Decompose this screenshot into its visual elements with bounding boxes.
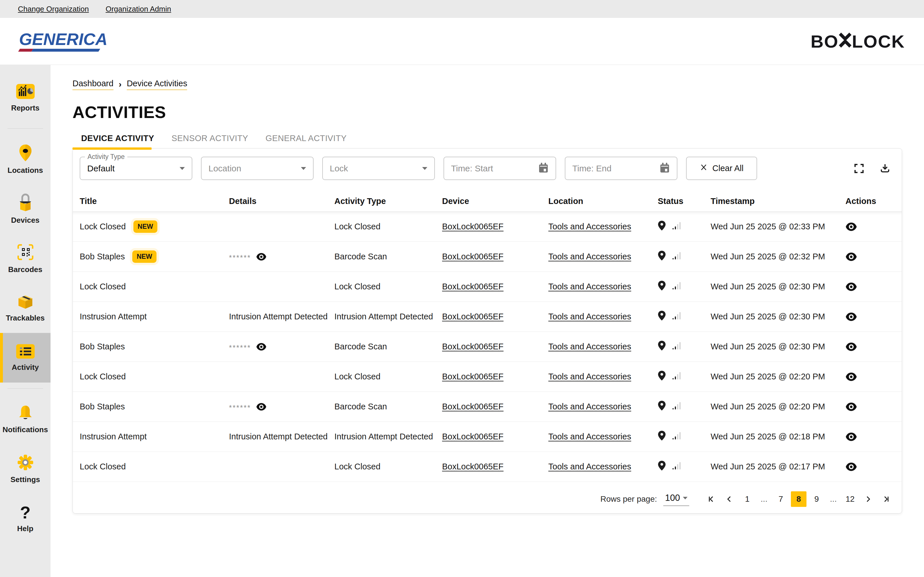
- location-placeholder: Location: [208, 164, 241, 173]
- page-button-7[interactable]: 7: [773, 491, 788, 507]
- location-select[interactable]: Location: [201, 157, 313, 180]
- row-title: Lock Closed: [80, 372, 126, 381]
- sidebar-item-notifications[interactable]: Notifications: [0, 394, 50, 444]
- device-link[interactable]: BoxLock0065EF: [442, 372, 504, 381]
- activity-type-cell: Lock Closed: [334, 222, 442, 231]
- masked-details-text: ******: [229, 341, 251, 352]
- activity-type-select[interactable]: Activity Type Default: [80, 157, 192, 180]
- next-page-button[interactable]: [860, 491, 876, 507]
- device-link[interactable]: BoxLock0065EF: [442, 432, 504, 442]
- masked-details-text: ******: [229, 401, 251, 412]
- activity-type-cell: Barcode Scan: [334, 252, 442, 261]
- view-activity-eye-icon[interactable]: [845, 252, 857, 261]
- main-content: Dashboard › Device Activities ACTIVITIES…: [50, 65, 924, 577]
- tab-general-activity[interactable]: GENERAL ACTIVITY: [257, 128, 355, 148]
- location-link[interactable]: Tools and Accessories: [548, 372, 631, 381]
- location-link[interactable]: Tools and Accessories: [548, 222, 631, 231]
- location-pin-icon: [658, 461, 666, 473]
- sidebar-item-locations[interactable]: Locations: [0, 134, 50, 184]
- location-link[interactable]: Tools and Accessories: [548, 402, 631, 411]
- view-activity-eye-icon[interactable]: [845, 402, 857, 411]
- reveal-details-eye-icon[interactable]: [256, 342, 267, 351]
- device-link[interactable]: BoxLock0065EF: [442, 252, 504, 261]
- details-cell: ******: [229, 251, 334, 262]
- time-end-input[interactable]: Time: End: [565, 157, 677, 180]
- device-link[interactable]: BoxLock0065EF: [442, 342, 504, 351]
- breadcrumb-separator-icon: ›: [119, 79, 121, 89]
- status-cell: [658, 461, 711, 473]
- change-organization-link[interactable]: Change Organization: [18, 5, 89, 14]
- sidebar-item-reports[interactable]: Reports: [0, 73, 50, 122]
- location-link[interactable]: Tools and Accessories: [548, 432, 631, 442]
- page-button-12[interactable]: 12: [842, 491, 858, 507]
- view-activity-eye-icon[interactable]: [845, 282, 857, 292]
- sidebar-item-settings[interactable]: Settings: [0, 444, 50, 494]
- reveal-details-eye-icon[interactable]: [256, 253, 267, 261]
- device-cell: BoxLock0065EF: [442, 342, 548, 351]
- first-page-button[interactable]: [704, 491, 719, 507]
- actions-cell: [845, 282, 902, 292]
- device-link[interactable]: BoxLock0065EF: [442, 402, 504, 411]
- device-cell: BoxLock0065EF: [442, 432, 548, 442]
- download-button[interactable]: [880, 163, 890, 174]
- breadcrumb-dashboard-link[interactable]: Dashboard: [73, 79, 113, 90]
- location-link[interactable]: Tools and Accessories: [548, 312, 631, 321]
- last-page-button[interactable]: [878, 491, 894, 507]
- location-link[interactable]: Tools and Accessories: [548, 282, 631, 292]
- location-link[interactable]: Tools and Accessories: [548, 342, 631, 351]
- view-activity-eye-icon[interactable]: [845, 222, 857, 231]
- location-link[interactable]: Tools and Accessories: [548, 462, 631, 471]
- device-link[interactable]: BoxLock0065EF: [442, 222, 504, 231]
- actions-cell: [845, 252, 902, 261]
- sidebar-item-label: Barcodes: [8, 265, 42, 274]
- device-link[interactable]: BoxLock0065EF: [442, 282, 504, 292]
- device-link[interactable]: BoxLock0065EF: [442, 312, 504, 321]
- table-row: Lock Closed NEW Lock Closed BoxLock0065E…: [73, 212, 902, 242]
- row-title: Lock Closed: [80, 222, 126, 231]
- rows-per-page-value: 100: [665, 493, 680, 503]
- sidebar-item-label: Notifications: [3, 425, 48, 434]
- rows-per-page-select[interactable]: 100: [663, 492, 689, 506]
- page-button-1[interactable]: 1: [740, 491, 755, 507]
- tab-device-activity[interactable]: DEVICE ACTIVITY: [73, 128, 163, 148]
- view-activity-eye-icon[interactable]: [845, 462, 857, 471]
- sidebar-item-devices[interactable]: Devices: [0, 184, 50, 234]
- calendar-icon[interactable]: [538, 163, 549, 174]
- location-cell: Tools and Accessories: [548, 462, 658, 471]
- view-activity-eye-icon[interactable]: [845, 312, 857, 321]
- device-link[interactable]: BoxLock0065EF: [442, 462, 504, 471]
- clear-all-button[interactable]: Clear All: [686, 157, 757, 180]
- page-button-9[interactable]: 9: [809, 491, 824, 507]
- calendar-icon[interactable]: [659, 163, 670, 174]
- page-button-8-current[interactable]: 8: [791, 491, 806, 507]
- row-title: Bob Staples: [80, 252, 125, 261]
- details-cell: Intrusion Attempt Detected: [229, 432, 334, 442]
- table-row: Instrusion Attempt Intrusion Attempt Det…: [73, 302, 902, 332]
- tab-sensor-activity[interactable]: SENSOR ACTIVITY: [163, 128, 257, 148]
- view-activity-eye-icon[interactable]: [845, 432, 857, 442]
- fullscreen-button[interactable]: [854, 163, 864, 174]
- location-cell: Tools and Accessories: [548, 252, 658, 261]
- organization-admin-link[interactable]: Organization Admin: [106, 5, 171, 14]
- timestamp-cell: Wed Jun 25 2025 @ 02:30 PM: [711, 312, 845, 321]
- location-pin-icon: [658, 430, 666, 443]
- view-activity-eye-icon[interactable]: [845, 342, 857, 351]
- view-activity-eye-icon[interactable]: [845, 372, 857, 381]
- lock-select[interactable]: Lock: [322, 157, 435, 180]
- trackables-icon: [16, 294, 35, 311]
- time-start-input[interactable]: Time: Start: [444, 157, 556, 180]
- sidebar-item-help[interactable]: ? Help: [0, 494, 50, 543]
- pagination-ellipsis: ...: [827, 495, 840, 504]
- breadcrumb-device-activities-link[interactable]: Device Activities: [127, 79, 187, 90]
- activity-type-cell: Intrusion Attempt Detected: [334, 432, 442, 442]
- sidebar-item-activity[interactable]: Activity: [0, 333, 50, 382]
- app-header: GENERICA BO LOCK: [0, 18, 924, 65]
- title-cell: Lock Closed NEW: [80, 221, 229, 233]
- location-link[interactable]: Tools and Accessories: [548, 252, 631, 261]
- reveal-details-eye-icon[interactable]: [256, 403, 267, 411]
- sidebar-item-trackables[interactable]: Trackables: [0, 283, 50, 333]
- signal-strength-icon: [672, 461, 682, 472]
- previous-page-button[interactable]: [722, 491, 737, 507]
- device-cell: BoxLock0065EF: [442, 312, 548, 321]
- sidebar-item-barcodes[interactable]: Barcodes: [0, 234, 50, 283]
